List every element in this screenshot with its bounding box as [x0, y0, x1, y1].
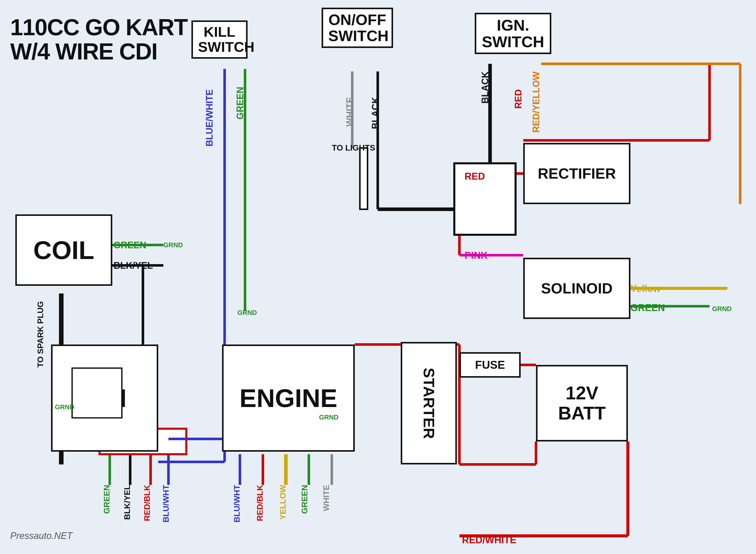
black-onoff-label: BLACK — [370, 97, 381, 129]
grnd-coil-label: GRND — [163, 241, 183, 249]
red-white-label: RED/WHITE — [462, 535, 516, 546]
red-yellow-label: RED/YELLOW — [531, 71, 542, 133]
to-spark-label: TO SPARK PLUG — [36, 301, 45, 368]
coil-blkyel-label: BLK/YEL — [114, 260, 153, 271]
grnd-sol-label: GRND — [712, 305, 732, 313]
black-ign-label: BLACK — [480, 71, 491, 104]
grnd-cdi-label: GRND — [55, 403, 74, 411]
svg-rect-44 — [360, 148, 368, 209]
green-sol-label: GREEN — [631, 302, 665, 313]
coil-box: COIL — [15, 214, 112, 286]
red-rect-label: RED — [465, 171, 485, 182]
green-eng-label: GREEN — [300, 485, 309, 514]
ign-switch-box: IGN. SWITCH — [475, 13, 551, 54]
starter-box: STARTER — [401, 342, 457, 464]
diagram-container: 110CC GO KART W/4 WIRE CDI — [0, 0, 756, 554]
wires-svg — [0, 0, 756, 554]
yellow-sol-label: Yellow — [631, 283, 660, 294]
redblk-eng-label: RED/BLK — [255, 485, 265, 521]
kill-switch-box: KILL SWITCH — [192, 20, 248, 59]
yellow-eng-label: YELLOW — [278, 485, 288, 520]
onoff-switch-box: ON/OFF SWITCH — [322, 8, 393, 48]
redblk-cdi-label: RED/BLK — [143, 485, 152, 521]
rectifier-box: RECTIFIER — [523, 143, 631, 204]
pink-label: PINK — [465, 250, 488, 261]
blkyel-cdi-label: BLK/YEL — [122, 485, 132, 520]
to-lights-label: TO LIGHTS — [332, 143, 375, 153]
blue-white-label: BLUE/WHITE — [204, 89, 215, 147]
green-cdi-label: GREEN — [102, 485, 112, 514]
green-kill-label: GREEN — [235, 87, 246, 119]
white-eng-label: WHITE — [322, 485, 331, 511]
red-ign-label: RED — [513, 89, 524, 109]
bluwht-eng-label: BLU/WHT — [232, 485, 242, 522]
watermark: Pressauto.NET — [10, 531, 72, 541]
engine-box: ENGINE — [222, 344, 355, 452]
batt-box: 12V BATT — [536, 365, 628, 441]
cdi-inner-box — [71, 368, 122, 419]
coil-green-label: GREEN — [114, 240, 146, 251]
solinoid-box: SOLINOID — [523, 258, 631, 319]
grnd-kill-label: GRND — [237, 309, 257, 317]
diagram-title: 110CC GO KART W/4 WIRE CDI — [10, 15, 187, 63]
grnd-eng-label: GRND — [319, 413, 339, 421]
white-onoff-label: WHITE — [344, 97, 355, 126]
fuse-box: FUSE — [460, 352, 521, 378]
bluwht-cdi-label: BLU/WHT — [161, 485, 171, 522]
